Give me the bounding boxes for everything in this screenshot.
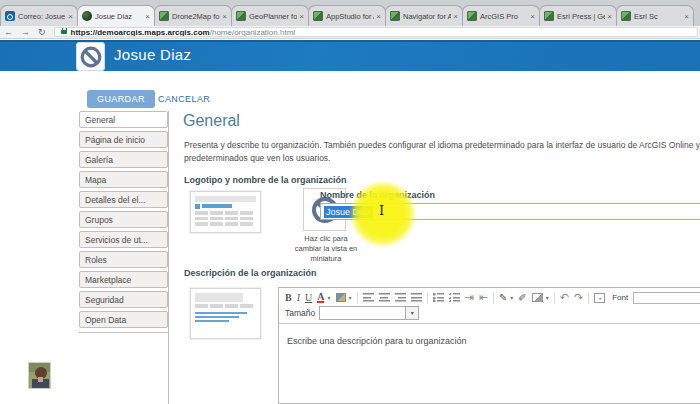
save-button[interactable]: GUARDAR [87,90,155,108]
tab-title: Esri Sc [634,12,682,21]
tab-favicon-icon [313,11,323,21]
browser-tab[interactable]: Correo: Josue D × [0,5,78,26]
tab-close-icon[interactable]: × [682,12,689,21]
browser-tab[interactable]: ArcGIS Pro × [462,5,540,26]
tab-title: Drone2Map fo [172,12,220,21]
selected-text: Josue Diaz [324,206,373,218]
tab-close-icon[interactable]: × [143,12,150,21]
description-editor: B I U A ▾ ▾ ⇥ ⇤ ✎ ▾ ✐ ▾ ↶ ↷ [278,287,700,404]
browser-tab[interactable]: Josue Diaz × [77,5,155,26]
sidebar-item[interactable]: Galería [79,151,168,168]
highlight-caret-icon[interactable]: ▾ [349,294,352,301]
description-section-heading: Descripción de la organización [184,268,317,278]
tab-favicon-icon [236,11,246,21]
browser-tab[interactable]: AppStudio for A × [308,5,386,26]
font-color-icon[interactable]: A [317,292,324,303]
indent-icon[interactable]: ⇥ [465,293,474,303]
bold-icon[interactable]: B [285,293,292,303]
font-input[interactable] [633,292,700,304]
browser-tab[interactable]: Navigator for A × [385,5,463,26]
undo-icon[interactable]: ↶ [560,293,569,303]
tab-close-icon[interactable]: × [374,12,381,21]
underline-icon[interactable]: U [305,293,312,303]
editor-toolbar: B I U A ▾ ▾ ⇥ ⇤ ✎ ▾ ✐ ▾ ↶ ↷ [279,288,700,305]
preview-title-block [202,204,232,208]
browser-tab[interactable]: Esri Sc × [616,5,694,26]
logo-section-heading: Logotipo y nombre de la organización [184,175,347,185]
outdent-icon[interactable]: ⇤ [479,293,488,303]
refresh-icon[interactable]: ↻ [34,26,50,38]
address-bar[interactable]: https://demoarcgis.maps.arcgis.com /home… [54,27,698,37]
description-preview-thumbnail[interactable] [190,288,261,339]
view-source-icon[interactable]: ‹› [594,293,605,303]
highlight-color-icon[interactable] [336,293,346,302]
align-justify-icon[interactable] [411,293,422,302]
sidebar-item[interactable]: Grupos [79,211,168,228]
tab-favicon-icon [467,11,477,21]
font-color-caret-icon[interactable]: ▾ [327,294,330,301]
forward-icon[interactable]: → [17,26,34,38]
size-input[interactable] [319,306,405,320]
banner-preview-thumbnail[interactable] [190,191,261,233]
size-combobox[interactable]: ▾ [319,306,419,320]
ordered-list-icon[interactable] [433,293,444,302]
intro-text: Presenta y describe tu organización. Tam… [184,139,700,165]
org-name-title: Josue Diaz [114,46,191,63]
size-label: Tamaño [285,308,315,318]
sidebar-item[interactable]: General [79,111,168,128]
tab-close-icon[interactable]: × [297,12,304,21]
sidebar-item[interactable]: Roles [79,251,168,268]
browser-tab[interactable]: Esri Press | Get × [539,5,617,26]
org-name-input[interactable]: Josue Diaz [320,203,700,220]
sidebar-item[interactable]: Seguridad [79,291,168,308]
back-icon[interactable]: ← [0,26,17,38]
browser-tab[interactable]: Drone2Map fo × [154,5,232,26]
unordered-list-icon[interactable] [449,293,460,302]
tab-favicon-icon [82,11,92,21]
tab-close-icon[interactable]: × [451,12,458,21]
page-title: General [183,112,240,130]
sidebar-item[interactable]: Marketplace [79,271,168,288]
tab-title: GeoPlanner fo [249,12,297,21]
sidebar-item[interactable]: Open Data [79,311,168,328]
browser-toolbar: ← → ↻ https://demoarcgis.maps.arcgis.com… [0,26,700,39]
description-placeholder: Escribe una descripción para tu organiza… [287,336,467,346]
size-dropdown-icon[interactable]: ▾ [405,306,419,320]
align-center-icon[interactable] [379,293,390,302]
tab-title: ArcGIS Pro [480,12,528,21]
sidebar-item[interactable]: Mapa [79,171,168,188]
tab-title: Josue Diaz [95,12,143,21]
padlock-icon [61,30,67,35]
tab-close-icon[interactable]: × [528,12,535,21]
image-caret-icon[interactable]: ▾ [546,294,549,301]
prohibition-icon [79,45,103,69]
tab-favicon-icon [390,11,400,21]
tab-close-icon[interactable]: × [220,12,227,21]
align-right-icon[interactable] [395,293,406,302]
tab-close-icon[interactable]: × [605,12,612,21]
align-left-icon[interactable] [363,293,374,302]
link-caret-icon[interactable]: ▾ [510,294,513,301]
sidebar-item[interactable]: Página de inicio [79,131,168,148]
url-path: /home/organization.html [210,28,295,37]
italic-icon[interactable]: I [297,293,300,303]
unlink-icon[interactable]: ✐ [518,293,526,303]
redo-icon[interactable]: ↷ [574,293,583,303]
browser-tab[interactable]: GeoPlanner fo × [231,5,309,26]
insert-image-icon[interactable] [532,293,543,302]
tab-title: AppStudio for A [326,12,374,21]
org-name-label: Nombre de la organización [320,190,435,200]
create-link-icon[interactable]: ✎ [499,293,507,303]
webcam-avatar [28,362,51,389]
url-host: https://demoarcgis.maps.arcgis.com [71,28,210,37]
thumbnail-caption: Haz clic para cambiar la vista en miniat… [294,234,358,264]
description-textarea[interactable]: Escribe una descripción para tu organiza… [279,323,700,400]
tab-title: Esri Press | Get [557,12,605,21]
settings-sidebar: General Página de inicio Galería Mapa De… [79,111,168,333]
tab-close-icon[interactable]: × [66,12,73,21]
tab-favicon-icon [544,11,554,21]
sidebar-divider [168,111,169,404]
sidebar-item[interactable]: Detalles del el... [79,191,168,208]
cancel-button[interactable]: CANCELAR [158,94,210,104]
sidebar-item[interactable]: Servicios de ut... [79,231,168,248]
